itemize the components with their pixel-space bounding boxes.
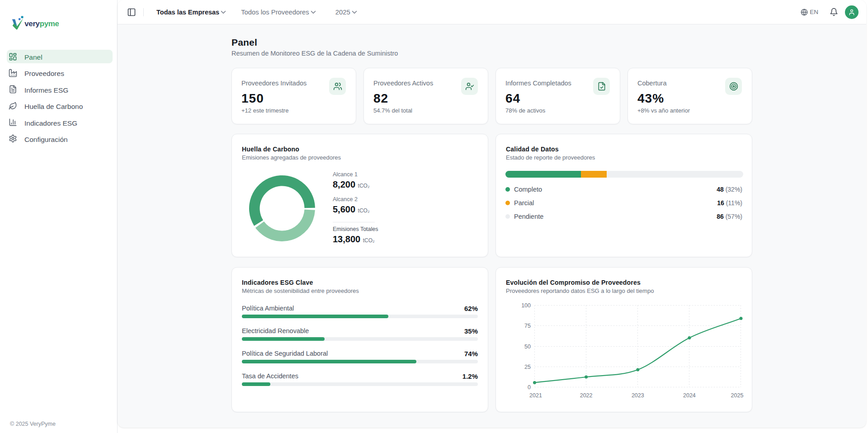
svg-text:100: 100: [521, 302, 531, 309]
svg-text:2023: 2023: [632, 392, 644, 399]
svg-text:2024: 2024: [683, 392, 696, 399]
svg-text:25: 25: [524, 364, 531, 370]
svg-text:75: 75: [524, 323, 531, 329]
svg-text:0: 0: [528, 384, 531, 391]
svg-text:2021: 2021: [529, 392, 542, 399]
svg-text:2025: 2025: [731, 392, 744, 399]
svg-text:2022: 2022: [580, 392, 593, 399]
svg-text:50: 50: [524, 344, 531, 350]
svg-text:verypyme: verypyme: [24, 19, 59, 28]
